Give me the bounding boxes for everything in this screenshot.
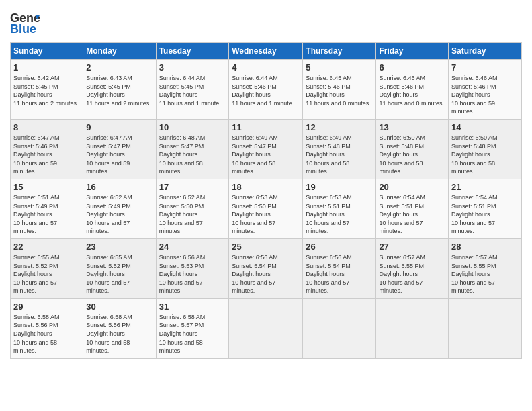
calendar-cell: 11 Sunrise: 6:49 AM Sunset: 5:47 PM Dayl… bbox=[229, 119, 303, 179]
calendar-cell bbox=[376, 298, 449, 358]
header-day-thursday: Thursday bbox=[303, 43, 376, 60]
day-number: 9 bbox=[86, 122, 152, 132]
day-number: 26 bbox=[306, 242, 373, 252]
calendar-cell: 3 Sunrise: 6:44 AM Sunset: 5:45 PM Dayli… bbox=[156, 60, 229, 120]
calendar-cell: 7 Sunrise: 6:46 AM Sunset: 5:46 PM Dayli… bbox=[449, 60, 522, 120]
day-detail: Sunrise: 6:56 AM Sunset: 5:54 PM Dayligh… bbox=[306, 253, 373, 295]
page-header: General Blue bbox=[10, 10, 522, 36]
calendar-header-row: SundayMondayTuesdayWednesdayThursdayFrid… bbox=[11, 43, 522, 60]
calendar-cell: 13 Sunrise: 6:50 AM Sunset: 5:48 PM Dayl… bbox=[376, 119, 449, 179]
day-number: 18 bbox=[232, 182, 300, 192]
calendar-cell: 10 Sunrise: 6:48 AM Sunset: 5:47 PM Dayl… bbox=[156, 119, 229, 179]
calendar-cell: 27 Sunrise: 6:57 AM Sunset: 5:55 PM Dayl… bbox=[376, 238, 449, 298]
day-detail: Sunrise: 6:51 AM Sunset: 5:49 PM Dayligh… bbox=[13, 193, 80, 236]
day-detail: Sunrise: 6:48 AM Sunset: 5:47 PM Dayligh… bbox=[159, 134, 226, 176]
calendar-week-1: 1 Sunrise: 6:42 AM Sunset: 5:45 PM Dayli… bbox=[11, 60, 522, 120]
day-number: 31 bbox=[159, 302, 226, 312]
calendar-table: SundayMondayTuesdayWednesdayThursdayFrid… bbox=[10, 42, 522, 359]
calendar-cell: 23 Sunrise: 6:55 AM Sunset: 5:52 PM Dayl… bbox=[83, 238, 156, 298]
day-number: 27 bbox=[379, 242, 445, 252]
calendar-week-2: 8 Sunrise: 6:47 AM Sunset: 5:46 PM Dayli… bbox=[11, 119, 522, 179]
day-detail: Sunrise: 6:42 AM Sunset: 5:45 PM Dayligh… bbox=[13, 74, 80, 107]
day-detail: Sunrise: 6:47 AM Sunset: 5:46 PM Dayligh… bbox=[13, 134, 80, 176]
day-detail: Sunrise: 6:53 AM Sunset: 5:51 PM Dayligh… bbox=[306, 193, 373, 236]
day-number: 11 bbox=[232, 122, 300, 132]
calendar-cell: 15 Sunrise: 6:51 AM Sunset: 5:49 PM Dayl… bbox=[11, 179, 83, 238]
day-number: 10 bbox=[159, 122, 226, 132]
svg-text:Blue: Blue bbox=[10, 22, 36, 36]
day-number: 22 bbox=[13, 242, 80, 252]
calendar-cell: 9 Sunrise: 6:47 AM Sunset: 5:47 PM Dayli… bbox=[83, 119, 156, 179]
calendar-cell bbox=[449, 298, 522, 358]
day-detail: Sunrise: 6:49 AM Sunset: 5:47 PM Dayligh… bbox=[232, 134, 300, 176]
calendar-cell: 14 Sunrise: 6:50 AM Sunset: 5:48 PM Dayl… bbox=[449, 119, 522, 179]
calendar-week-5: 29 Sunrise: 6:58 AM Sunset: 5:56 PM Dayl… bbox=[11, 298, 522, 358]
header-day-wednesday: Wednesday bbox=[229, 43, 303, 60]
day-number: 3 bbox=[159, 62, 226, 73]
calendar-cell: 12 Sunrise: 6:49 AM Sunset: 5:48 PM Dayl… bbox=[303, 119, 376, 179]
calendar-cell: 21 Sunrise: 6:54 AM Sunset: 5:51 PM Dayl… bbox=[449, 179, 522, 238]
header-day-saturday: Saturday bbox=[449, 43, 522, 60]
calendar-cell: 2 Sunrise: 6:43 AM Sunset: 5:45 PM Dayli… bbox=[83, 60, 156, 120]
calendar-cell: 16 Sunrise: 6:52 AM Sunset: 5:49 PM Dayl… bbox=[83, 179, 156, 238]
day-detail: Sunrise: 6:50 AM Sunset: 5:48 PM Dayligh… bbox=[379, 134, 445, 176]
day-number: 16 bbox=[86, 182, 152, 192]
day-number: 13 bbox=[379, 122, 445, 132]
day-number: 7 bbox=[451, 62, 519, 73]
day-detail: Sunrise: 6:57 AM Sunset: 5:55 PM Dayligh… bbox=[451, 253, 519, 295]
calendar-cell: 30 Sunrise: 6:58 AM Sunset: 5:56 PM Dayl… bbox=[83, 298, 156, 358]
calendar-cell: 22 Sunrise: 6:55 AM Sunset: 5:52 PM Dayl… bbox=[11, 238, 83, 298]
day-detail: Sunrise: 6:44 AM Sunset: 5:46 PM Dayligh… bbox=[232, 74, 300, 107]
calendar-cell: 19 Sunrise: 6:53 AM Sunset: 5:51 PM Dayl… bbox=[303, 179, 376, 238]
calendar-cell: 6 Sunrise: 6:46 AM Sunset: 5:46 PM Dayli… bbox=[376, 60, 449, 120]
header-day-tuesday: Tuesday bbox=[156, 43, 229, 60]
calendar-body: 1 Sunrise: 6:42 AM Sunset: 5:45 PM Dayli… bbox=[11, 60, 522, 359]
day-number: 12 bbox=[306, 122, 373, 132]
calendar-cell: 24 Sunrise: 6:56 AM Sunset: 5:53 PM Dayl… bbox=[156, 238, 229, 298]
calendar-cell: 31 Sunrise: 6:58 AM Sunset: 5:57 PM Dayl… bbox=[156, 298, 229, 358]
day-detail: Sunrise: 6:56 AM Sunset: 5:54 PM Dayligh… bbox=[232, 253, 300, 295]
day-number: 21 bbox=[451, 182, 519, 192]
logo-icon: General Blue bbox=[10, 10, 40, 36]
day-detail: Sunrise: 6:52 AM Sunset: 5:49 PM Dayligh… bbox=[86, 193, 152, 236]
day-number: 25 bbox=[232, 242, 300, 252]
day-detail: Sunrise: 6:55 AM Sunset: 5:52 PM Dayligh… bbox=[86, 253, 152, 295]
day-detail: Sunrise: 6:58 AM Sunset: 5:56 PM Dayligh… bbox=[86, 313, 152, 355]
calendar-cell: 18 Sunrise: 6:53 AM Sunset: 5:50 PM Dayl… bbox=[229, 179, 303, 238]
day-number: 2 bbox=[86, 62, 152, 73]
day-detail: Sunrise: 6:46 AM Sunset: 5:46 PM Dayligh… bbox=[379, 74, 445, 107]
logo: General Blue bbox=[10, 10, 40, 36]
day-number: 15 bbox=[13, 182, 80, 192]
day-number: 30 bbox=[86, 302, 152, 312]
calendar-cell: 29 Sunrise: 6:58 AM Sunset: 5:56 PM Dayl… bbox=[11, 298, 83, 358]
calendar-cell: 20 Sunrise: 6:54 AM Sunset: 5:51 PM Dayl… bbox=[376, 179, 449, 238]
day-detail: Sunrise: 6:44 AM Sunset: 5:45 PM Dayligh… bbox=[159, 74, 226, 107]
day-number: 4 bbox=[232, 62, 300, 73]
day-number: 19 bbox=[306, 182, 373, 192]
day-number: 6 bbox=[379, 62, 445, 73]
day-detail: Sunrise: 6:46 AM Sunset: 5:46 PM Dayligh… bbox=[451, 74, 519, 116]
calendar-cell: 8 Sunrise: 6:47 AM Sunset: 5:46 PM Dayli… bbox=[11, 119, 83, 179]
calendar-cell: 5 Sunrise: 6:45 AM Sunset: 5:46 PM Dayli… bbox=[303, 60, 376, 120]
calendar-cell: 4 Sunrise: 6:44 AM Sunset: 5:46 PM Dayli… bbox=[229, 60, 303, 120]
day-number: 17 bbox=[159, 182, 226, 192]
day-number: 28 bbox=[451, 242, 519, 252]
calendar-cell: 1 Sunrise: 6:42 AM Sunset: 5:45 PM Dayli… bbox=[11, 60, 83, 120]
day-detail: Sunrise: 6:43 AM Sunset: 5:45 PM Dayligh… bbox=[86, 74, 152, 107]
day-number: 20 bbox=[379, 182, 445, 192]
header-day-sunday: Sunday bbox=[11, 43, 83, 60]
day-detail: Sunrise: 6:45 AM Sunset: 5:46 PM Dayligh… bbox=[306, 74, 373, 107]
day-detail: Sunrise: 6:54 AM Sunset: 5:51 PM Dayligh… bbox=[379, 193, 445, 236]
day-detail: Sunrise: 6:56 AM Sunset: 5:53 PM Dayligh… bbox=[159, 253, 226, 295]
day-number: 24 bbox=[159, 242, 226, 252]
day-number: 5 bbox=[306, 62, 373, 73]
day-detail: Sunrise: 6:53 AM Sunset: 5:50 PM Dayligh… bbox=[232, 193, 300, 236]
day-number: 1 bbox=[13, 62, 80, 73]
day-detail: Sunrise: 6:52 AM Sunset: 5:50 PM Dayligh… bbox=[159, 193, 226, 236]
calendar-week-3: 15 Sunrise: 6:51 AM Sunset: 5:49 PM Dayl… bbox=[11, 179, 522, 238]
day-detail: Sunrise: 6:47 AM Sunset: 5:47 PM Dayligh… bbox=[86, 134, 152, 176]
calendar-cell: 28 Sunrise: 6:57 AM Sunset: 5:55 PM Dayl… bbox=[449, 238, 522, 298]
day-detail: Sunrise: 6:50 AM Sunset: 5:48 PM Dayligh… bbox=[451, 134, 519, 176]
day-detail: Sunrise: 6:55 AM Sunset: 5:52 PM Dayligh… bbox=[13, 253, 80, 295]
day-detail: Sunrise: 6:58 AM Sunset: 5:56 PM Dayligh… bbox=[13, 313, 80, 355]
